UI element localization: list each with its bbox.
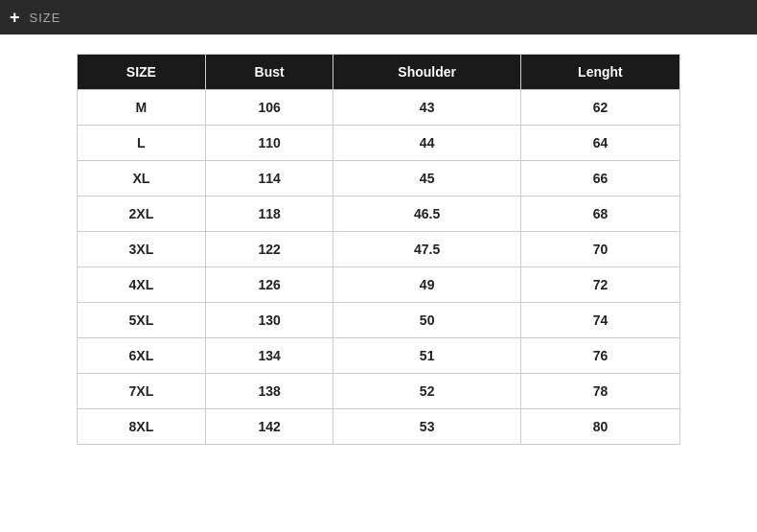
table-row: 6XL1345176 bbox=[78, 338, 680, 374]
table-header-row: SIZE Bust Shoulder Lenght bbox=[78, 55, 680, 90]
header-bust: Bust bbox=[205, 55, 333, 90]
table-cell: 2XL bbox=[78, 197, 206, 232]
header-size: SIZE bbox=[78, 55, 206, 90]
table-cell: 44 bbox=[333, 126, 520, 161]
table-cell: 6XL bbox=[78, 338, 206, 374]
header-lenght: Lenght bbox=[520, 55, 679, 90]
table-cell: 78 bbox=[520, 374, 679, 409]
table-row: 8XL1425380 bbox=[78, 409, 680, 445]
table-cell: 3XL bbox=[78, 232, 206, 267]
table-cell: 64 bbox=[520, 126, 679, 161]
table-cell: 130 bbox=[205, 303, 333, 338]
table-cell: L bbox=[78, 126, 206, 161]
table-row: L1104464 bbox=[78, 126, 680, 161]
table-cell: 74 bbox=[520, 303, 679, 338]
table-cell: 50 bbox=[333, 303, 520, 338]
table-cell: 43 bbox=[333, 90, 520, 126]
table-cell: 7XL bbox=[78, 374, 206, 409]
table-cell: 4XL bbox=[78, 267, 206, 303]
table-row: XL1144566 bbox=[78, 161, 680, 197]
table-cell: 5XL bbox=[78, 303, 206, 338]
table-cell: 106 bbox=[205, 90, 333, 126]
header-shoulder: Shoulder bbox=[333, 55, 520, 90]
table-cell: 8XL bbox=[78, 409, 206, 445]
plus-icon[interactable]: + bbox=[10, 8, 20, 28]
table-cell: 70 bbox=[520, 232, 679, 267]
table-row: 4XL1264972 bbox=[78, 267, 680, 303]
table-cell: 47.5 bbox=[333, 232, 520, 267]
main-content: SIZE Bust Shoulder Lenght M1064362L11044… bbox=[0, 35, 757, 532]
table-row: 7XL1385278 bbox=[78, 374, 680, 409]
table-row: 5XL1305074 bbox=[78, 303, 680, 338]
table-cell: 126 bbox=[205, 267, 333, 303]
table-cell: 51 bbox=[333, 338, 520, 374]
table-cell: 72 bbox=[520, 267, 679, 303]
table-cell: 53 bbox=[333, 409, 520, 445]
size-table: SIZE Bust Shoulder Lenght M1064362L11044… bbox=[77, 54, 680, 445]
table-cell: 49 bbox=[333, 267, 520, 303]
table-cell: XL bbox=[78, 161, 206, 197]
table-cell: 142 bbox=[205, 409, 333, 445]
table-cell: 68 bbox=[520, 197, 679, 232]
table-cell: 80 bbox=[520, 409, 679, 445]
table-cell: 134 bbox=[205, 338, 333, 374]
table-cell: 45 bbox=[333, 161, 520, 197]
table-cell: 46.5 bbox=[333, 197, 520, 232]
table-row: 3XL12247.570 bbox=[78, 232, 680, 267]
table-cell: 122 bbox=[205, 232, 333, 267]
table-cell: 62 bbox=[520, 90, 679, 126]
table-cell: 114 bbox=[205, 161, 333, 197]
top-bar-title: SIZE bbox=[30, 11, 61, 25]
table-cell: 138 bbox=[205, 374, 333, 409]
table-row: 2XL11846.568 bbox=[78, 197, 680, 232]
top-bar: + SIZE bbox=[0, 0, 757, 35]
table-cell: 110 bbox=[205, 126, 333, 161]
table-row: M1064362 bbox=[78, 90, 680, 126]
table-cell: 76 bbox=[520, 338, 679, 374]
table-cell: 66 bbox=[520, 161, 679, 197]
table-cell: 118 bbox=[205, 197, 333, 232]
table-cell: 52 bbox=[333, 374, 520, 409]
table-cell: M bbox=[78, 90, 206, 126]
